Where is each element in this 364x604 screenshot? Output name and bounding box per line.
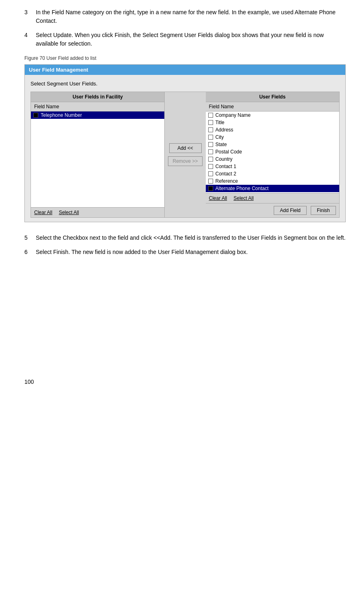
add-field-button[interactable]: Add Field — [274, 206, 307, 215]
left-field-label-telephone: Telephone Number — [41, 112, 82, 118]
right-checkbox-alternate[interactable] — [208, 186, 213, 191]
step-3-text: In the Field Name category on the right,… — [36, 8, 348, 25]
right-checkbox-address[interactable] — [208, 127, 213, 132]
right-field-label-postal: Postal Code — [216, 149, 242, 155]
step-4-number: 4 — [24, 31, 36, 48]
right-field-row-contact2[interactable]: Contact 2 — [206, 170, 339, 177]
right-field-label-address: Address — [216, 127, 233, 133]
right-checkbox-company[interactable] — [208, 113, 213, 118]
step-6-number: 6 — [24, 248, 36, 256]
dialog-subtitle: Select Segment User Fields. — [31, 81, 340, 87]
right-checkbox-title[interactable] — [208, 120, 213, 125]
right-panel-actions: Clear All Select All — [206, 193, 339, 203]
left-field-list: Telephone Number — [31, 112, 164, 207]
dialog-wrapper: User Field Management Select Segment Use… — [24, 64, 346, 222]
dialog-titlebar: User Field Management — [25, 65, 345, 75]
right-field-label-reference: Reference — [216, 178, 238, 184]
left-clear-all-link[interactable]: Clear All — [34, 210, 52, 215]
left-select-all-link[interactable]: Select All — [59, 210, 79, 215]
right-checkbox-postal[interactable] — [208, 149, 213, 154]
remove-button[interactable]: Remove >> — [168, 156, 202, 166]
right-field-row-company[interactable]: Company Name — [206, 112, 339, 119]
right-panel-header: User Fields — [206, 92, 339, 102]
right-clear-all-link[interactable]: Clear All — [209, 195, 227, 201]
right-field-label-company: Company Name — [216, 112, 251, 118]
right-checkbox-reference[interactable] — [208, 179, 213, 184]
page-number: 100 — [24, 379, 348, 385]
right-field-label-city: City — [216, 134, 224, 140]
bottom-row: Add Field Finish — [206, 203, 339, 217]
finish-button[interactable]: Finish — [311, 206, 336, 215]
right-field-label-alternate: Alternate Phone Contact — [216, 186, 269, 191]
right-field-row-city[interactable]: City — [206, 133, 339, 141]
right-field-row-contact1[interactable]: Contact 1 — [206, 163, 339, 170]
right-field-row-reference[interactable]: Reference — [206, 177, 339, 185]
step-3-number: 3 — [24, 8, 36, 25]
right-panel: User Fields Field Name Company Name Titl… — [206, 92, 339, 217]
steps-list: 3 In the Field Name category on the righ… — [24, 8, 348, 48]
right-field-label-contact1: Contact 1 — [216, 164, 236, 169]
dialog-content-row: User Fields in Facility Field Name Telep… — [31, 92, 340, 218]
figure-caption: Figure 70 User Field added to list — [24, 55, 348, 61]
left-panel-actions: Clear All Select All — [31, 207, 164, 217]
step-4: 4 Select Update. When you click Finish, … — [24, 31, 348, 48]
step-5-number: 5 — [24, 234, 36, 242]
right-field-list: Company Name Title Address — [206, 112, 339, 193]
right-field-label-country: Country — [216, 156, 233, 162]
right-field-row-postal[interactable]: Postal Code — [206, 148, 339, 155]
right-select-all-link[interactable]: Select All — [233, 195, 253, 201]
step-4-text: Select Update. When you click Finish, th… — [36, 31, 348, 48]
step-6: 6 Select Finish. The new field is now ad… — [24, 248, 348, 256]
right-field-label-title: Title — [216, 120, 225, 125]
right-field-row-alternate[interactable]: Alternate Phone Contact — [206, 185, 339, 192]
dialog-body: Select Segment User Fields. User Fields … — [25, 75, 345, 222]
right-field-row-title[interactable]: Title — [206, 119, 339, 126]
left-panel: User Fields in Facility Field Name Telep… — [31, 92, 165, 217]
right-checkbox-country[interactable] — [208, 157, 213, 162]
right-field-row-state[interactable]: State — [206, 141, 339, 148]
left-panel-header: User Fields in Facility — [31, 92, 164, 102]
right-field-label-state: State — [216, 142, 227, 147]
left-field-row-telephone[interactable]: Telephone Number — [31, 112, 164, 119]
right-checkbox-state[interactable] — [208, 142, 213, 147]
right-field-label-contact2: Contact 2 — [216, 171, 236, 177]
right-field-row-country[interactable]: Country — [206, 155, 339, 163]
step-5-text: Select the Checkbox next to the field an… — [36, 234, 348, 242]
right-field-row-address[interactable]: Address — [206, 126, 339, 133]
add-button[interactable]: Add << — [169, 143, 202, 153]
step-6-text: Select Finish. The new field is now adde… — [36, 248, 348, 256]
left-field-name-header: Field Name — [31, 102, 164, 112]
right-checkbox-contact1[interactable] — [208, 164, 213, 169]
middle-buttons-panel: Add << Remove >> — [165, 92, 205, 217]
step-3: 3 In the Field Name category on the righ… — [24, 8, 348, 25]
right-field-name-header: Field Name — [206, 102, 339, 112]
step-5: 5 Select the Checkbox next to the field … — [24, 234, 348, 242]
right-checkbox-contact2[interactable] — [208, 171, 213, 176]
steps-list-2: 5 Select the Checkbox next to the field … — [24, 234, 348, 256]
left-checkbox-telephone[interactable] — [33, 113, 38, 118]
right-checkbox-city[interactable] — [208, 135, 213, 140]
